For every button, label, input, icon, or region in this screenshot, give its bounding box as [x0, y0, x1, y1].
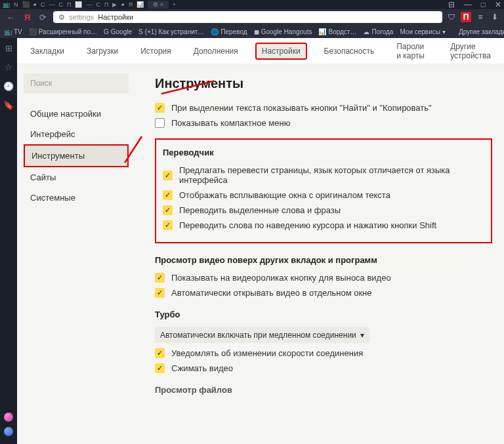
- checkbox-icon[interactable]: ✓: [155, 348, 165, 358]
- bookmark-item[interactable]: 📺 TV: [4, 28, 22, 35]
- browser-tab[interactable]: ●: [33, 1, 37, 8]
- browser-tab[interactable]: C: [41, 1, 45, 8]
- settings-content: Инструменты ✓ При выделении текста показ…: [135, 70, 504, 444]
- browser-tab[interactable]: 📊: [136, 1, 144, 8]
- reload-button[interactable]: ⟳: [37, 12, 49, 22]
- site-icon: ⚙: [58, 13, 65, 22]
- turbo-select[interactable]: Автоматически включать при медленном сое…: [155, 327, 369, 343]
- menu-icon[interactable]: ≡: [475, 12, 486, 22]
- maximize-icon[interactable]: □: [481, 0, 486, 9]
- checkbox-label: Переводить слова по наведению курсора и …: [179, 220, 436, 230]
- bookmark-item[interactable]: G Google: [104, 28, 132, 35]
- browser-tab[interactable]: —: [49, 1, 54, 8]
- browser-tab[interactable]: C: [58, 1, 63, 8]
- checkbox-icon[interactable]: ✓: [155, 288, 165, 298]
- nav-bookmarks[interactable]: Закладки: [25, 44, 70, 58]
- nav-security[interactable]: Безопасность: [319, 44, 380, 58]
- checkbox-icon[interactable]: ✓: [163, 190, 173, 200]
- group-title: Просмотр файлов: [155, 385, 492, 395]
- nav-addons[interactable]: Дополнения: [188, 44, 243, 58]
- browser-tab[interactable]: ●: [121, 1, 124, 8]
- bookmark-item[interactable]: ☁ Погода: [363, 28, 393, 35]
- bookmark-icon[interactable]: 🔖: [3, 100, 14, 110]
- sidebar-item-system[interactable]: Системные: [24, 188, 129, 208]
- checkbox-icon[interactable]: ✓: [163, 171, 173, 180]
- nav-downloads[interactable]: Загрузки: [81, 44, 123, 58]
- browser-tab[interactable]: П: [104, 1, 108, 8]
- browser-tab[interactable]: ⬛: [22, 1, 30, 8]
- browser-tab[interactable]: П: [67, 1, 71, 8]
- checkbox-row[interactable]: ✓ При выделении текста показывать кнопки…: [155, 103, 492, 113]
- extension-icon[interactable]: П: [461, 12, 471, 22]
- files-section: Просмотр файлов: [155, 385, 492, 395]
- sidebar-item-sites[interactable]: Сайты: [24, 167, 129, 188]
- history-icon[interactable]: 🕘: [3, 81, 14, 91]
- back-button[interactable]: ←: [4, 12, 18, 22]
- browser-tab[interactable]: Я: [129, 1, 133, 8]
- star-icon[interactable]: ☆: [5, 62, 12, 72]
- nav-settings[interactable]: Настройки: [255, 43, 307, 60]
- nav-other-devices[interactable]: Другие устройства: [445, 39, 496, 63]
- video-section: Просмотр видео поверх других вкладок и п…: [155, 255, 492, 298]
- browser-tab[interactable]: C: [96, 1, 100, 8]
- other-bookmarks[interactable]: Другие закладки: [459, 28, 504, 35]
- checkbox-label: Переводить выделенные слова и фразы: [179, 205, 341, 215]
- checkbox-row[interactable]: ✓Переводить слова по наведению курсора и…: [163, 220, 484, 230]
- section-title: Инструменты: [155, 76, 492, 91]
- settings-search[interactable]: Поиск: [24, 73, 129, 93]
- browser-tab[interactable]: —: [86, 1, 92, 8]
- checkbox-row[interactable]: ✓Сжимать видео: [155, 363, 492, 373]
- bookmark-item[interactable]: ⬛ Расширенный по…: [29, 28, 97, 35]
- minimize-icon[interactable]: —: [464, 0, 472, 9]
- checkbox-row[interactable]: ✓Предлагать перевести страницы, язык кот…: [163, 165, 484, 185]
- group-title: Просмотр видео поверх других вкладок и п…: [155, 255, 492, 265]
- bookmark-item[interactable]: ◼ Google Hangouts: [254, 28, 312, 35]
- sidebar-item-general[interactable]: Общие настройки: [24, 104, 129, 124]
- checkbox-icon[interactable]: ✓: [163, 220, 173, 230]
- turbo-section: Турбо Автоматически включать при медленн…: [155, 310, 492, 373]
- address-prefix: settings: [69, 13, 94, 21]
- new-tab-button[interactable]: +: [173, 1, 176, 8]
- browser-tab-active[interactable]: ⚙ ×: [148, 1, 169, 9]
- sidebar-item-interface[interactable]: Интерфейс: [24, 124, 129, 144]
- checkbox-row[interactable]: Показывать компактное меню: [155, 118, 492, 128]
- checkbox-row[interactable]: ✓Отображать всплывающие окна с оригинало…: [163, 190, 484, 200]
- checkbox-row[interactable]: ✓Автоматически открывать видео в отдельн…: [155, 288, 492, 298]
- collapse-icon[interactable]: ⊟: [448, 0, 455, 9]
- bookmark-item[interactable]: 📊 Вордст…: [318, 28, 356, 35]
- bookmark-item[interactable]: S (+1) Как устранит…: [138, 28, 204, 35]
- address-input[interactable]: ⚙ settings Настройки: [53, 11, 442, 23]
- shield-icon[interactable]: 🛡: [446, 12, 457, 22]
- close-icon[interactable]: ✕: [495, 0, 501, 9]
- nav-passwords[interactable]: Пароли и карты: [391, 39, 433, 63]
- assistant-icon[interactable]: [4, 427, 13, 436]
- checkbox-row[interactable]: ✓Показывать на видеороликах кнопку для в…: [155, 273, 492, 283]
- checkbox-icon[interactable]: ✓: [163, 205, 173, 215]
- checkbox-label: Показывать компактное меню: [171, 118, 290, 128]
- browser-tab[interactable]: 📺: [3, 1, 10, 8]
- address-text: Настройки: [98, 13, 133, 21]
- checkbox-label: Отображать всплывающие окна с оригиналом…: [179, 190, 390, 200]
- apps-icon[interactable]: ⊞: [5, 43, 12, 53]
- browser-tab[interactable]: ▶: [112, 1, 117, 8]
- side-panel: ⊞ ☆ 🕘 🔖: [0, 38, 17, 444]
- browser-tab[interactable]: ⬜: [75, 1, 82, 8]
- sidebar-item-tools[interactable]: Инструменты: [24, 144, 129, 167]
- download-icon[interactable]: ⬇: [490, 12, 500, 22]
- checkbox-icon[interactable]: ✓: [155, 363, 165, 373]
- alice-icon[interactable]: [4, 413, 13, 422]
- checkbox-label: Сжимать видео: [171, 363, 233, 373]
- checkbox-icon[interactable]: [155, 118, 165, 128]
- bookmark-item[interactable]: 🌐 Перевод: [211, 28, 247, 35]
- bookmark-item[interactable]: Мои сервисы ▾: [400, 28, 446, 35]
- checkbox-row[interactable]: ✓Переводить выделенные слова и фразы: [163, 205, 484, 215]
- nav-history[interactable]: История: [135, 44, 177, 58]
- group-title: Переводчик: [163, 148, 484, 157]
- checkbox-row[interactable]: ✓Уведомлять об изменении скорости соедин…: [155, 348, 492, 358]
- browser-tab-strip: 📺 N ⬛ ● C — C П ⬜ — C П ▶ ● Я 📊 ⚙ × + ⊟ …: [0, 0, 504, 9]
- checkbox-icon[interactable]: ✓: [155, 273, 165, 283]
- browser-tab[interactable]: N: [14, 1, 18, 8]
- checkbox-label: Показывать на видеороликах кнопку для вы…: [171, 273, 391, 283]
- home-button[interactable]: Я: [22, 12, 33, 22]
- checkbox-icon[interactable]: ✓: [155, 103, 165, 113]
